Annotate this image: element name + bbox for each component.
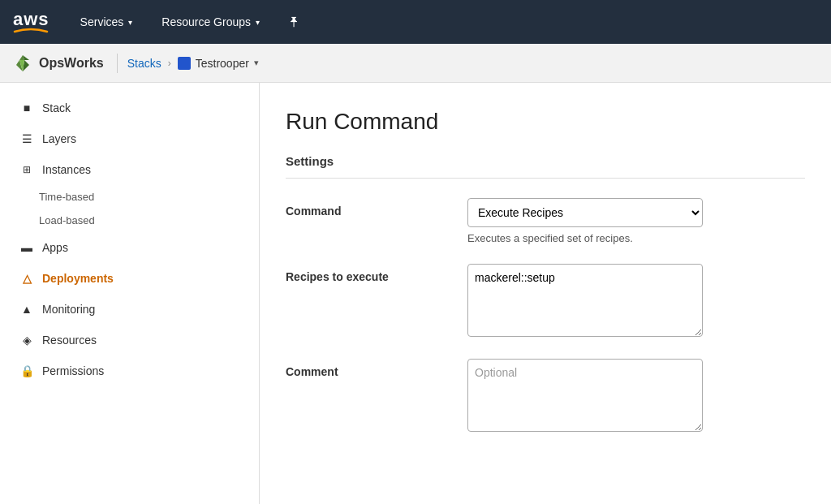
sidebar-item-apps-label: Apps — [42, 241, 68, 254]
sidebar-item-load-based[interactable]: Load-based — [0, 209, 259, 232]
stack-dropdown-arrow-icon: ▾ — [254, 58, 259, 68]
current-stack-breadcrumb[interactable]: Testrooper ▾ — [178, 57, 259, 70]
opsworks-icon — [13, 54, 32, 73]
services-label: Services — [80, 15, 124, 28]
sidebar-item-deployments[interactable]: △ Deployments — [0, 263, 259, 294]
comment-textarea[interactable] — [467, 359, 703, 432]
monitoring-icon: ▲ — [19, 302, 34, 317]
apps-icon: ▬ — [19, 240, 34, 255]
main-layout: ■ Stack ☰ Layers ⊞ Instances Time-based … — [0, 83, 831, 504]
command-control: Execute Recipes Configure Deploy Undeplo… — [467, 198, 805, 244]
sidebar-item-layers-label: Layers — [42, 132, 76, 145]
breadcrumb-navigation: Stacks › Testrooper ▾ — [127, 57, 259, 70]
sidebar-item-permissions[interactable]: 🔒 Permissions — [0, 355, 259, 386]
breadcrumb-separator: › — [168, 58, 171, 69]
recipes-control: mackerel::setup — [467, 264, 805, 339]
comment-label: Comment — [286, 359, 448, 378]
settings-divider — [286, 178, 805, 179]
sidebar-item-instances[interactable]: ⊞ Instances — [0, 154, 259, 185]
pin-nav-item[interactable]: 🖈 — [287, 14, 302, 31]
resource-groups-arrow-icon: ▾ — [256, 18, 260, 27]
command-form-row: Command Execute Recipes Configure Deploy… — [286, 198, 805, 244]
sidebar-item-layers[interactable]: ☰ Layers — [0, 123, 259, 154]
aws-logo-arc — [13, 27, 49, 33]
sidebar-item-monitoring-label: Monitoring — [42, 303, 95, 316]
deployments-icon: △ — [19, 271, 34, 286]
current-stack-label: Testrooper — [196, 57, 249, 70]
sidebar-item-stack-label: Stack — [42, 101, 71, 114]
sidebar-item-time-based[interactable]: Time-based — [0, 185, 259, 209]
permissions-icon: 🔒 — [19, 364, 34, 378]
sidebar-item-stack[interactable]: ■ Stack — [0, 93, 259, 123]
command-label: Command — [286, 198, 448, 218]
sidebar-item-permissions-label: Permissions — [42, 364, 104, 377]
stacks-breadcrumb-link[interactable]: Stacks — [127, 57, 161, 70]
page-title: Run Command — [286, 109, 805, 135]
recipes-label: Recipes to execute — [286, 264, 448, 283]
command-description: Executes a specified set of recipes. — [467, 232, 805, 244]
opsworks-label: OpsWorks — [39, 56, 104, 71]
resource-groups-label: Resource Groups — [161, 15, 251, 28]
sidebar-item-time-based-label: Time-based — [39, 191, 94, 203]
pin-icon: 🖈 — [287, 14, 302, 30]
sidebar-item-apps[interactable]: ▬ Apps — [0, 232, 259, 263]
services-arrow-icon: ▾ — [128, 18, 132, 27]
content-area: Run Command Settings Command Execute Rec… — [260, 83, 831, 504]
sidebar: ■ Stack ☰ Layers ⊞ Instances Time-based … — [0, 83, 260, 504]
comment-control — [467, 359, 805, 434]
sidebar-item-load-based-label: Load-based — [39, 214, 95, 226]
sidebar-item-instances-label: Instances — [42, 163, 91, 176]
layers-icon: ☰ — [19, 131, 34, 146]
top-navigation: aws Services ▾ Resource Groups ▾ 🖈 — [0, 0, 831, 44]
sidebar-item-resources-label: Resources — [42, 334, 97, 347]
recipes-form-row: Recipes to execute mackerel::setup — [286, 264, 805, 339]
instances-icon: ⊞ — [19, 162, 34, 177]
opsworks-brand: OpsWorks — [13, 54, 118, 73]
stack-icon: ■ — [19, 101, 34, 115]
breadcrumb-bar: OpsWorks Stacks › Testrooper ▾ — [0, 44, 831, 83]
comment-form-row: Comment — [286, 359, 805, 434]
sidebar-item-deployments-label: Deployments — [42, 272, 114, 285]
resources-icon: ◈ — [19, 333, 34, 347]
recipes-textarea[interactable]: mackerel::setup — [467, 264, 703, 337]
sidebar-item-resources[interactable]: ◈ Resources — [0, 325, 259, 355]
command-select[interactable]: Execute Recipes Configure Deploy Undeplo… — [467, 198, 703, 227]
aws-logo: aws — [13, 11, 50, 33]
aws-logo-text: aws — [13, 11, 50, 28]
services-nav-item[interactable]: Services ▾ — [75, 12, 138, 32]
resource-groups-nav-item[interactable]: Resource Groups ▾ — [157, 12, 265, 32]
sidebar-item-monitoring[interactable]: ▲ Monitoring — [0, 294, 259, 325]
stack-color-indicator — [178, 57, 191, 70]
settings-section-header: Settings — [286, 154, 805, 168]
